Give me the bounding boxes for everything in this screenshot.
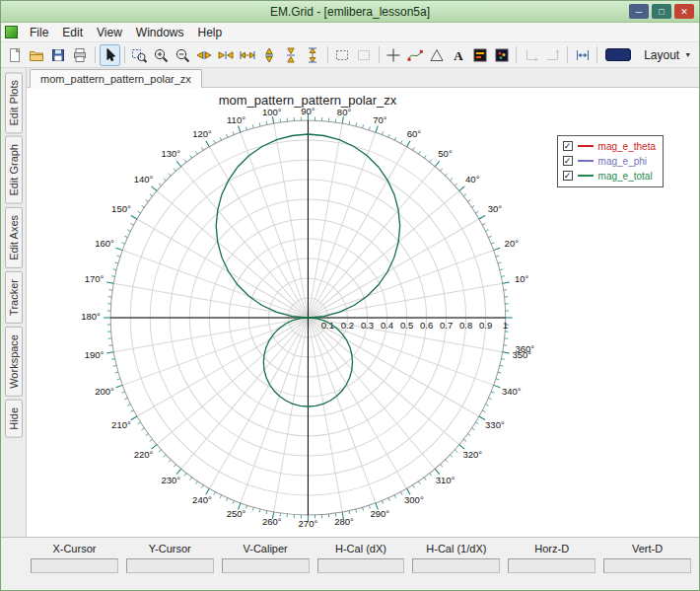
legend: ✓mag_e_theta✓mag_e_phi✓mag_e_total [557, 135, 664, 187]
svg-text:0.7: 0.7 [440, 320, 453, 331]
new-file-icon [6, 46, 24, 64]
svg-text:180°: 180° [81, 312, 101, 323]
close-button[interactable]: ✕ [674, 4, 694, 19]
axis-y-button[interactable] [542, 44, 563, 66]
plot-panel: mom_pattern_pattern_polar_zx 0.10.20.30.… [27, 88, 699, 537]
svg-text:0.6: 0.6 [420, 320, 433, 331]
status-header-v-caliper: V-Caliper [222, 540, 310, 554]
status-bar: X-CursorY-CursorV-CaliperH-Cal (dX)H-Cal… [1, 537, 699, 590]
side-tab-edit-graph[interactable]: Edit Graph [5, 136, 23, 204]
svg-text:80°: 80° [337, 107, 352, 117]
zoom-out-button[interactable] [173, 44, 193, 66]
svg-text:0.2: 0.2 [341, 320, 354, 331]
caption-buttons: ─ □ ✕ [629, 4, 699, 19]
side-tab-workspace[interactable]: Workspace [5, 327, 23, 397]
svg-text:120°: 120° [192, 128, 212, 139]
side-tab-edit-plots[interactable]: Edit Plots [5, 72, 23, 133]
fit-y-icon [304, 46, 321, 64]
layout-button[interactable]: Layout▼ [636, 45, 699, 65]
status-field-x-cursor [31, 558, 118, 573]
fit-x-button[interactable] [238, 44, 258, 66]
status-header-vert-d: Vert-D [603, 540, 691, 554]
layout-button-label: Layout [644, 48, 679, 62]
expand-x-button[interactable] [194, 44, 215, 66]
svg-text:A: A [454, 47, 463, 62]
zoom-in-icon [152, 46, 170, 64]
legend-item: ✓mag_e_total [563, 170, 656, 182]
status-header-h-cal-1-dx: H-Cal (1/dX) [412, 540, 500, 554]
zoom-in-button[interactable] [151, 44, 172, 66]
side-tab-hide[interactable]: Hide [5, 400, 23, 438]
fit-y-button[interactable] [303, 44, 323, 66]
toolbar: ALayout▼ [1, 42, 699, 68]
expand-y-button[interactable] [259, 44, 280, 66]
menu-edit[interactable]: Edit [55, 24, 90, 41]
axis-y-icon [544, 46, 562, 64]
spline-fit-button[interactable] [404, 44, 425, 66]
emgrid-app-icon[interactable] [5, 26, 18, 38]
open-file-icon [28, 46, 45, 64]
checkbox-icon[interactable]: ✓ [563, 171, 573, 181]
crosshair-button[interactable] [384, 44, 404, 66]
new-file-button[interactable] [5, 44, 26, 66]
compress-x-button[interactable] [216, 44, 237, 66]
fit-width-button[interactable] [572, 44, 593, 66]
select-region-icon [355, 46, 373, 64]
menu-help[interactable]: Help [191, 24, 230, 41]
svg-text:360°: 360° [516, 343, 535, 354]
axis-x-button[interactable] [521, 44, 541, 66]
maximize-button[interactable]: □ [652, 4, 671, 19]
right-column: mom_pattern_pattern_polar_zx mom_pattern… [27, 68, 699, 537]
expand-x-icon [195, 46, 213, 64]
status-field-vert-d [603, 558, 691, 573]
menubar: FileEditViewWindowsHelp [1, 23, 699, 42]
status-field-horz-d [508, 558, 595, 573]
svg-text:220°: 220° [134, 449, 154, 460]
toolbar-separator [327, 46, 328, 63]
select-region-button[interactable] [354, 44, 375, 66]
svg-text:30°: 30° [488, 203, 503, 214]
svg-text:300°: 300° [404, 494, 424, 505]
document-tab-mom-pattern-pattern-polar-zx[interactable]: mom_pattern_pattern_polar_zx [30, 69, 202, 88]
triangle-marker-button[interactable] [426, 44, 447, 66]
svg-text:1: 1 [503, 320, 508, 331]
status-field-y-cursor [126, 558, 214, 573]
expand-y-icon [260, 46, 278, 64]
svg-text:140°: 140° [134, 174, 154, 185]
open-file-button[interactable] [27, 44, 47, 66]
palette-button[interactable] [491, 44, 512, 66]
legend-line-sample [578, 145, 594, 147]
svg-text:150°: 150° [111, 203, 131, 214]
compress-y-button[interactable] [281, 44, 302, 66]
svg-text:310°: 310° [436, 475, 455, 485]
select-rect-button[interactable] [332, 44, 353, 66]
side-tab-tracker[interactable]: Tracker [5, 271, 23, 324]
print-button[interactable] [70, 44, 91, 66]
svg-text:110°: 110° [227, 114, 245, 125]
fit-width-icon [574, 46, 592, 64]
svg-text:240°: 240° [192, 494, 212, 505]
menu-view[interactable]: View [90, 24, 129, 41]
svg-text:100°: 100° [262, 107, 282, 117]
save-file-button[interactable] [48, 44, 69, 66]
titlebar[interactable]: EM.Grid - [emlibera_lesson5a] ─ □ ✕ [1, 1, 699, 23]
side-tab-edit-axes[interactable]: Edit Axes [5, 207, 23, 268]
menu-file[interactable]: File [23, 24, 55, 41]
checkbox-icon[interactable]: ✓ [563, 156, 573, 166]
menu-windows[interactable]: Windows [129, 24, 191, 41]
colormap-button[interactable] [469, 44, 490, 66]
axis-x-icon [523, 46, 540, 64]
status-field-v-caliper [222, 558, 310, 573]
zoom-window-button[interactable] [129, 44, 150, 66]
checkbox-icon[interactable]: ✓ [563, 141, 573, 151]
zoom-out-icon [174, 46, 191, 64]
text-label-button[interactable]: A [448, 44, 468, 66]
svg-text:160°: 160° [95, 238, 114, 249]
app-window: EM.Grid - [emlibera_lesson5a] ─ □ ✕ File… [0, 0, 700, 591]
spline-fit-icon [406, 46, 424, 64]
line-style-swatch[interactable] [605, 48, 631, 61]
svg-text:290°: 290° [370, 508, 389, 519]
status-header-horz-d: Horz-D [508, 540, 595, 554]
pointer-button[interactable] [100, 44, 120, 66]
minimize-button[interactable]: ─ [629, 4, 649, 19]
